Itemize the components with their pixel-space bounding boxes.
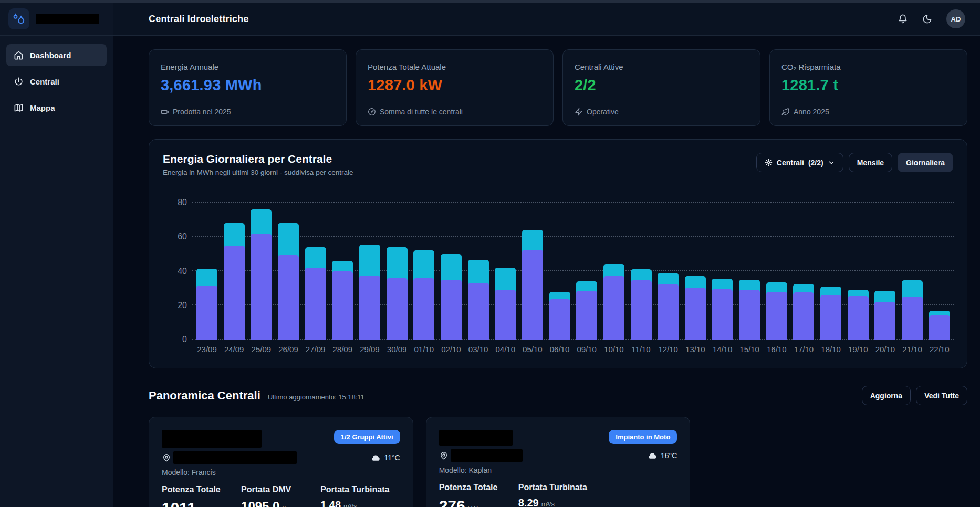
map-pin-icon <box>439 451 449 460</box>
user-avatar[interactable]: AD <box>946 9 965 28</box>
sidebar-item-label: Centrali <box>30 77 59 86</box>
bar-segment-bottom <box>413 278 434 340</box>
bar-slot: 23/09 <box>196 203 217 340</box>
daily-toggle-button[interactable]: Giornaliera <box>898 153 953 172</box>
stat-value: 1287.0 kW <box>368 77 541 94</box>
bar-slot: 21/10 <box>902 203 923 340</box>
weather-info: 16°C <box>647 450 677 461</box>
plant-card-1[interactable]: 1/2 Gruppi Attivi 11°C Modello: Francis <box>149 417 413 507</box>
battery-icon <box>161 108 169 116</box>
x-axis-label: 14/10 <box>713 345 733 354</box>
sidebar-item-dashboard[interactable]: Dashboard <box>6 44 107 66</box>
stat-potenza-totale: Potenza Totale 276kW <box>439 483 518 507</box>
bar-slot: 14/10 <box>712 203 733 340</box>
stat-value: 3,661.93 MWh <box>161 77 335 94</box>
stat-title: Energia Annuale <box>161 62 335 71</box>
stat-subtitle-text: Operative <box>587 108 619 116</box>
bar-segment-top <box>278 223 299 257</box>
moon-icon[interactable] <box>922 14 932 24</box>
bar-segment-bottom <box>603 276 624 340</box>
monthly-toggle-button[interactable]: Mensile <box>849 153 892 172</box>
bar-slot: 30/09 <box>387 203 408 340</box>
chart-plot: 02040608023/0924/0925/0926/0927/0928/092… <box>192 203 954 340</box>
top-header: Centrali Idroelettriche AD <box>113 3 980 36</box>
temperature-text: 11°C <box>384 453 400 462</box>
bar-slot: 15/10 <box>739 203 760 340</box>
bar-segment-top <box>413 250 434 280</box>
chevron-down-icon <box>828 159 835 166</box>
bar-segment-bottom <box>224 246 245 340</box>
bar-slot: 02/10 <box>441 203 462 340</box>
x-axis-label: 29/09 <box>360 345 380 354</box>
bar-slot: 13/10 <box>685 203 706 340</box>
stat-subtitle-text: Somma di tutte le centrali <box>380 108 463 116</box>
bar-slot: 19/10 <box>848 203 869 340</box>
bar-slot: 04/10 <box>495 203 516 340</box>
map-pin-icon <box>162 453 171 462</box>
bar-slot: 05/10 <box>522 203 543 340</box>
view-all-button[interactable]: Vedi Tutte <box>916 386 967 405</box>
bar-slot: 17/10 <box>793 203 814 340</box>
stat-subtitle-text: Anno 2025 <box>794 108 829 116</box>
sidebar: Dashboard Centrali Mappa <box>0 3 113 507</box>
y-axis-tick: 0 <box>166 335 187 344</box>
redacted-plant-location <box>451 449 523 462</box>
x-axis-label: 25/09 <box>252 345 272 354</box>
chart-controls: Centrali (2/2) Mensile Giornaliera <box>756 153 953 172</box>
bar-segment-top <box>495 268 516 292</box>
bar-slot: 09/10 <box>576 203 597 340</box>
y-axis-tick: 20 <box>166 301 187 310</box>
bar-segment-top <box>224 223 245 248</box>
stat-card-potenza-attuale: Potenza Totale Attuale 1287.0 kW Somma d… <box>356 49 554 126</box>
header-actions: AD <box>898 9 965 28</box>
redacted-brand-name <box>36 14 99 24</box>
turbine-model: Modello: Kaplan <box>439 466 677 474</box>
gauge-icon <box>368 108 376 116</box>
app-logo <box>8 8 29 29</box>
stat-card-centrali-attive: Centrali Attive 2/2 Operative <box>562 49 760 126</box>
stat-label: Potenza Totale <box>162 485 241 494</box>
daily-energy-chart-card: Energia Giornaliera per Centrale Energia… <box>149 139 967 368</box>
refresh-button[interactable]: Aggiorna <box>862 386 911 405</box>
bar-segment-bottom <box>332 271 353 340</box>
x-axis-label: 28/09 <box>333 345 353 354</box>
x-axis-label: 22/10 <box>930 345 950 354</box>
status-badge: 1/2 Gruppi Attivi <box>334 430 400 444</box>
x-axis-label: 26/09 <box>278 345 298 354</box>
bar-slot: 25/09 <box>251 203 272 340</box>
bell-icon[interactable] <box>898 14 908 24</box>
stat-cards-row: Energia Annuale 3,661.93 MWh Prodotta ne… <box>149 49 967 126</box>
bar-slot: 22/10 <box>929 203 950 340</box>
y-axis-tick: 80 <box>166 198 187 207</box>
stat-title: Potenza Totale Attuale <box>368 62 541 71</box>
bar-segment-bottom <box>874 302 895 340</box>
stat-title: CO₂ Risparmiata <box>781 62 955 71</box>
bar-slot: 26/09 <box>278 203 299 340</box>
sidebar-item-centrali[interactable]: Centrali <box>6 70 107 92</box>
bar-slot: 20/10 <box>874 203 895 340</box>
dropdown-count: (2/2) <box>808 159 823 167</box>
sidebar-item-label: Dashboard <box>30 51 71 60</box>
bar-segment-bottom <box>631 280 652 340</box>
plant-title-row: Impianto in Moto <box>439 430 677 446</box>
bar-segment-bottom <box>576 291 597 340</box>
x-axis-label: 19/10 <box>848 345 868 354</box>
main-content: Energia Annuale 3,661.93 MWh Prodotta ne… <box>113 36 980 507</box>
bar-segment-bottom <box>495 290 516 340</box>
x-axis-label: 06/10 <box>550 345 570 354</box>
stat-portata-dmv: Portata DMV 1095.0l/s <box>241 485 320 507</box>
bar-segment-bottom <box>739 290 760 340</box>
plant-location-row: 11°C <box>162 451 400 464</box>
x-axis-label: 18/10 <box>821 345 841 354</box>
x-axis-label: 03/10 <box>468 345 488 354</box>
bar-segment-bottom <box>359 276 380 340</box>
sidebar-item-mappa[interactable]: Mappa <box>6 97 107 119</box>
centrali-filter-dropdown[interactable]: Centrali (2/2) <box>756 153 843 172</box>
bar-segment-bottom <box>820 295 841 340</box>
bar-slot: 11/10 <box>631 203 652 340</box>
stat-title: Centrali Attive <box>575 62 748 71</box>
chart-title: Energia Giornaliera per Centrale <box>163 153 353 165</box>
stat-label: Portata Turbinata <box>320 485 400 494</box>
bar-slot: 01/10 <box>413 203 434 340</box>
plant-card-2[interactable]: Impianto in Moto 16°C Modello: Kaplan <box>426 417 691 507</box>
